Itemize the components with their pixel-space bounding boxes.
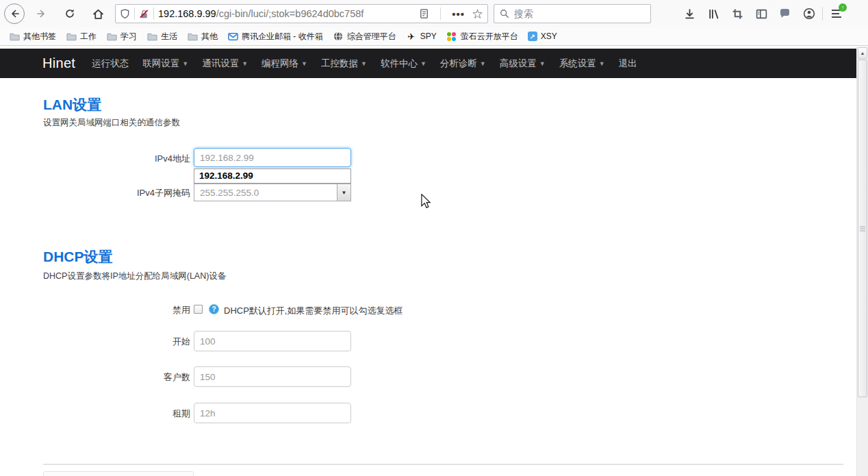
- search-input[interactable]: [514, 8, 645, 19]
- back-button[interactable]: [4, 3, 25, 24]
- nav-item-label: 编程网络: [261, 58, 298, 70]
- dhcp-section-title: DHCP设置: [43, 247, 113, 266]
- person-icon: [803, 8, 815, 20]
- nav-item-comm-settings[interactable]: 通讯设置 ▼: [197, 58, 253, 70]
- nav-item-advanced-settings[interactable]: 高级设置 ▼: [495, 58, 550, 70]
- nav-item-label: 联网设置: [142, 58, 179, 70]
- nav-item-software-center[interactable]: 软件中心 ▼: [376, 58, 431, 70]
- bookmark-label: SPY: [420, 32, 437, 41]
- nav-buttons: [4, 3, 109, 25]
- ipv4-netmask-select[interactable]: 255.255.255.0 ▼: [194, 184, 351, 201]
- select-dropdown-button[interactable]: ▼: [337, 184, 350, 201]
- back-icon: [9, 8, 20, 19]
- scroll-up-button[interactable]: ▲: [858, 47, 867, 59]
- folder-icon: [146, 31, 157, 42]
- lan-section-subtitle: 设置网关局域网端口相关的通信参数: [43, 117, 180, 129]
- bookmark-label: XSY: [541, 32, 557, 41]
- nav-item-programming-network[interactable]: 编程网络 ▼: [257, 58, 312, 70]
- reload-button[interactable]: [59, 3, 81, 25]
- dhcp-disable-help-text: DHCP默认打开,如果需要禁用可以勾选复选框: [224, 305, 403, 317]
- reader-mode-icon[interactable]: [419, 8, 429, 19]
- library-button[interactable]: [706, 7, 720, 21]
- ipv4-address-label: IPv4地址: [0, 153, 190, 165]
- page-viewport: Hinet 运行状态 联网设置 ▼ 通讯设置 ▼ 编程网络 ▼ 工控数据 ▼ 软…: [0, 47, 868, 476]
- chevron-down-icon: ▼: [342, 190, 347, 196]
- bookmark-tencent-mail[interactable]: 腾讯企业邮箱 - 收件箱: [222, 29, 328, 44]
- home-button[interactable]: [87, 3, 109, 25]
- help-icon[interactable]: ?: [209, 304, 219, 314]
- url-path: /cgi-bin/luci/;stok=b9624d0bc758f: [216, 8, 364, 19]
- chevron-down-icon: ▼: [539, 60, 546, 67]
- nav-item-running-status[interactable]: 运行状态: [87, 58, 133, 70]
- chevron-down-icon: ▼: [480, 60, 486, 67]
- bookmark-star-icon[interactable]: ☆: [472, 6, 483, 22]
- url-bar[interactable]: 192.168.9.99/cgi-bin/luci/;stok=b9624d0b…: [115, 4, 488, 23]
- speech-bubble-icon: [779, 8, 791, 19]
- app-menu-button[interactable]: ↑: [829, 6, 844, 21]
- dhcp-clients-input[interactable]: [194, 366, 351, 387]
- url-separator: [134, 8, 135, 20]
- nav-item-label: 工控数据: [321, 58, 358, 70]
- ipv4-autocomplete-suggestion[interactable]: 192.168.2.99: [194, 168, 351, 184]
- bookmark-folder-other-bookmarks[interactable]: 其他书签: [4, 29, 61, 44]
- url-fade: [385, 8, 416, 19]
- chevron-down-icon: ▼: [599, 60, 605, 67]
- dhcp-start-input[interactable]: [194, 331, 351, 351]
- dhcp-disable-checkbox[interactable]: [194, 305, 203, 314]
- search-box[interactable]: [494, 4, 651, 23]
- section-divider: [43, 464, 843, 465]
- url-text[interactable]: 192.168.9.99/cgi-bin/luci/;stok=b9624d0b…: [158, 8, 416, 19]
- folder-icon: [106, 31, 117, 42]
- nav-item-logout[interactable]: 退出: [614, 58, 642, 70]
- url-domain: 192.168.9.99: [158, 8, 216, 19]
- page-actions-icon[interactable]: •••: [452, 8, 465, 20]
- insecure-lock-icon[interactable]: [139, 9, 149, 19]
- folder-icon: [9, 31, 20, 42]
- bookmark-label: 工作: [80, 31, 97, 42]
- bookmark-label: 萤石云开放平台: [461, 31, 518, 42]
- account-button[interactable]: [802, 7, 816, 21]
- shield-icon[interactable]: [120, 8, 130, 19]
- forward-icon: [36, 8, 47, 19]
- nav-item-industrial-data[interactable]: 工控数据 ▼: [316, 58, 372, 70]
- bookmark-folder-study[interactable]: 学习: [101, 29, 142, 44]
- nav-item-label: 分析诊断: [440, 58, 477, 70]
- bookmark-folder-misc[interactable]: 其他: [182, 29, 222, 44]
- folder-icon: [66, 31, 77, 42]
- bookmark-label: 综合管理平台: [347, 31, 396, 42]
- bookmark-folder-life[interactable]: 生活: [142, 29, 182, 44]
- bookmark-ezviz-platform[interactable]: 萤石云开放平台: [442, 29, 523, 44]
- nav-item-system-settings[interactable]: 系统设置 ▼: [554, 58, 610, 70]
- messages-button[interactable]: [778, 7, 792, 21]
- external-arrow-icon: ↗: [528, 32, 537, 41]
- toolbar-icons: [682, 7, 816, 21]
- bookmark-xsy[interactable]: ↗ XSY: [523, 29, 562, 44]
- bookmarks-bar: 其他书签 工作 学习 生活 其他 腾讯企业邮箱 - 收件箱 综合管理平台: [0, 27, 868, 46]
- screenshot-button[interactable]: [730, 7, 744, 21]
- sidebar-icon: [756, 8, 767, 20]
- bookmark-folder-work[interactable]: 工作: [61, 29, 101, 44]
- download-icon: [684, 8, 695, 20]
- scrollbar-thumb[interactable]: [858, 60, 867, 397]
- folder-icon: [187, 31, 198, 42]
- chevron-down-icon: ▼: [242, 60, 248, 67]
- bookmark-spy[interactable]: ✈ SPY: [401, 29, 442, 44]
- brand-logo[interactable]: Hinet: [42, 55, 75, 71]
- nav-item-label: 软件中心: [381, 58, 418, 70]
- bookmark-management-platform[interactable]: 综合管理平台: [328, 29, 401, 44]
- mouse-cursor: [420, 194, 432, 209]
- forward-button[interactable]: [31, 3, 53, 25]
- lan-section-title: LAN设置: [43, 95, 101, 114]
- dhcp-clients-label: 客户数: [0, 371, 190, 384]
- vertical-scrollbar[interactable]: ▲: [856, 47, 868, 476]
- ipv4-address-input[interactable]: [194, 148, 351, 167]
- search-icon: [500, 9, 509, 18]
- dhcp-lease-label: 租期: [0, 408, 190, 420]
- scroll-up-icon: ▲: [860, 51, 865, 55]
- dhcp-lease-input[interactable]: [194, 403, 351, 423]
- nav-item-network-settings[interactable]: 联网设置 ▼: [138, 58, 193, 70]
- sidebars-button[interactable]: [754, 7, 768, 21]
- downloads-button[interactable]: [682, 7, 696, 21]
- bookmark-label: 腾讯企业邮箱 - 收件箱: [242, 31, 323, 42]
- nav-item-diagnostics[interactable]: 分析诊断 ▼: [435, 58, 491, 70]
